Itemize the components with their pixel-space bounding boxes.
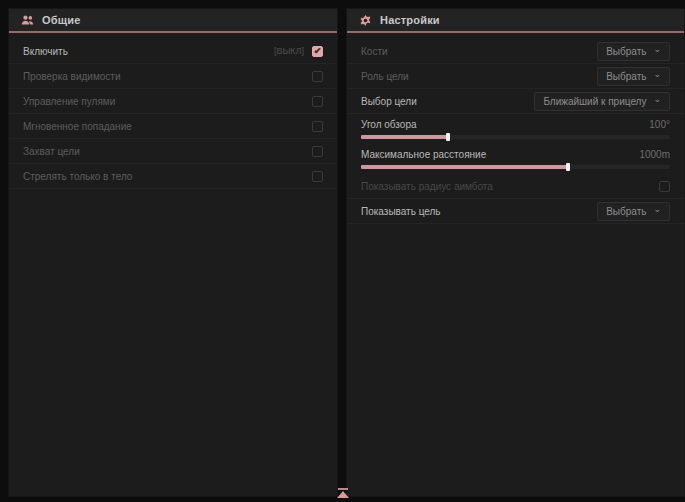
setting-label: Показывать цель [361,206,597,217]
setting-label: Выбор цели [361,96,534,107]
setting-label: Кости [361,46,597,57]
setting-label: Максимальное расстояние [361,149,639,160]
dropdown-value: Выбрать [606,206,646,217]
setting-row-target-role: Роль цели Выбрать ⌄ [347,64,684,89]
checkbox-body-only[interactable]: ✔ [312,171,323,182]
panel-title: Общие [42,14,81,26]
chevron-down-icon: ⌄ [653,206,661,212]
setting-label: Угол обзора [361,119,649,130]
setting-row-bones: Кости Выбрать ⌄ [347,39,684,64]
slider-value: 1000m [639,149,670,160]
checkbox-show-aimbot-radius[interactable]: ✔ [659,181,670,192]
setting-row-target-select: Выбор цели Ближайший к прицелу ⌄ [347,89,684,114]
panel-settings: Настройки Кости Выбрать ⌄ Роль цели Выбр… [346,8,685,497]
dropdown-value: Выбрать [606,71,646,82]
setting-label: Роль цели [361,71,597,82]
setting-label: Показывать радиус аимбота [361,181,659,192]
setting-row-show-target: Показывать цель Выбрать ⌄ [347,199,684,224]
gear-icon [359,14,372,27]
expand-arrow-bar [338,488,348,490]
slider-handle[interactable] [566,163,570,171]
status-badge: [ВЫКЛ] [274,46,304,56]
checkmark-icon: ✔ [314,47,322,56]
setting-row-enable: Включить [ВЫКЛ] ✔ [9,39,337,64]
setting-label: Управление пулями [23,96,312,107]
setting-row-visibility-check: Проверка видимости ✔ [9,64,337,89]
setting-row-bullet-control: Управление пулями ✔ [9,89,337,114]
slider-value: 100° [649,119,670,130]
bones-dropdown[interactable]: Выбрать ⌄ [597,42,670,61]
checkbox-instant-hit[interactable]: ✔ [312,121,323,132]
setting-row-fov: Угол обзора 100° [347,114,684,144]
app-window: Общие Включить [ВЫКЛ] ✔ Проверка видимос… [0,0,685,502]
setting-row-show-aimbot-radius: Показывать радиус аимбота ✔ [347,174,684,199]
checkbox-target-lock[interactable]: ✔ [312,146,323,157]
slider-fill [361,135,448,139]
setting-label: Мгновенное попадание [23,121,312,132]
chevron-down-icon: ⌄ [653,96,661,102]
max-distance-slider[interactable] [361,165,670,169]
setting-label: Проверка видимости [23,71,312,82]
panel-general-body: Включить [ВЫКЛ] ✔ Проверка видимости ✔ У… [9,33,337,496]
panel-title: Настройки [380,14,440,26]
users-icon [21,14,34,27]
setting-row-target-lock: Захват цели ✔ [9,139,337,164]
checkbox-visibility-check[interactable]: ✔ [312,71,323,82]
setting-label: Стрелять только в тело [23,171,312,182]
dropdown-value: Ближайший к прицелу [543,96,646,107]
expand-arrow[interactable] [335,488,351,500]
fov-slider[interactable] [361,135,670,139]
setting-label: Включить [23,46,274,57]
show-target-dropdown[interactable]: Выбрать ⌄ [597,202,670,221]
slider-fill [361,165,568,169]
setting-row-max-distance: Максимальное расстояние 1000m [347,144,684,174]
panel-settings-body: Кости Выбрать ⌄ Роль цели Выбрать ⌄ Выбо… [347,33,684,496]
checkbox-bullet-control[interactable]: ✔ [312,96,323,107]
target-select-dropdown[interactable]: Ближайший к прицелу ⌄ [534,92,670,111]
dropdown-value: Выбрать [606,46,646,57]
chevron-down-icon: ⌄ [653,46,661,52]
panel-general-header[interactable]: Общие [9,9,337,33]
target-role-dropdown[interactable]: Выбрать ⌄ [597,67,670,86]
triangle-up-icon [337,491,349,498]
panel-general: Общие Включить [ВЫКЛ] ✔ Проверка видимос… [8,8,338,497]
chevron-down-icon: ⌄ [653,71,661,77]
setting-label: Захват цели [23,146,312,157]
setting-row-instant-hit: Мгновенное попадание ✔ [9,114,337,139]
slider-handle[interactable] [446,133,450,141]
panel-settings-header[interactable]: Настройки [347,9,684,33]
setting-row-body-only: Стрелять только в тело ✔ [9,164,337,189]
checkbox-enable[interactable]: ✔ [312,46,323,57]
